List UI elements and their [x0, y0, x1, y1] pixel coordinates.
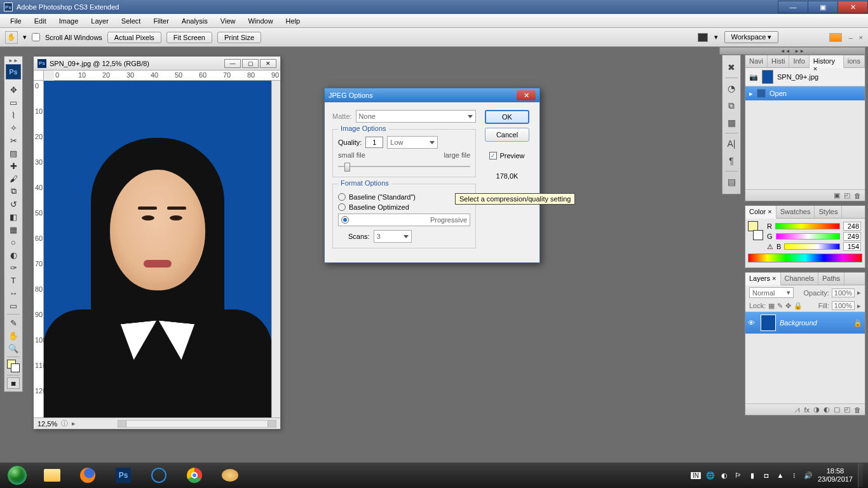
- new-snapshot-icon[interactable]: ◰: [844, 191, 850, 200]
- quickmask-icon[interactable]: ◙: [7, 377, 20, 389]
- doc-max-button[interactable]: ▢: [242, 59, 259, 68]
- layercomps-icon[interactable]: ▤: [724, 174, 739, 189]
- info-icon[interactable]: ⓘ: [61, 419, 68, 428]
- tab-swatches[interactable]: Swatches: [776, 206, 815, 218]
- task-firefox[interactable]: [70, 463, 105, 487]
- quality-input[interactable]: [365, 137, 383, 148]
- cancel-button[interactable]: Cancel: [485, 128, 529, 142]
- document-titlebar[interactable]: Ps SPN_09+.jpg @ 12,5% (RGB/8) — ▢ ✕: [34, 57, 280, 71]
- preview-checkbox[interactable]: ✓: [489, 152, 497, 159]
- b-slider[interactable]: [784, 243, 840, 250]
- eyedropper-tool-icon[interactable]: ✎: [6, 316, 21, 329]
- marquee-tool-icon[interactable]: ▭: [6, 96, 21, 109]
- paragraph-icon[interactable]: ¶: [724, 153, 739, 168]
- quality-slider[interactable]: [338, 161, 470, 172]
- tab-layers[interactable]: Layers ×: [745, 273, 781, 285]
- history-brush-tool-icon[interactable]: ↺: [6, 198, 21, 210]
- baseline-standard-radio[interactable]: Baseline ("Standard"): [338, 193, 470, 201]
- status-arrow-icon[interactable]: ▸: [72, 419, 76, 428]
- tray-icon-network[interactable]: ⫶: [790, 471, 799, 480]
- g-slider[interactable]: [776, 233, 840, 240]
- visibility-icon[interactable]: 👁: [748, 319, 757, 327]
- adjustment-icon[interactable]: ◐: [824, 405, 830, 414]
- slice-tool-icon[interactable]: ▨: [6, 147, 21, 159]
- zoom-tool-icon[interactable]: 🔍: [6, 342, 21, 355]
- type-tool-icon[interactable]: T: [6, 274, 21, 287]
- panel-min-icon[interactable]: –: [848, 34, 852, 41]
- menu-filter[interactable]: Filter: [147, 15, 175, 27]
- opacity-arrow-icon[interactable]: ▸: [857, 288, 861, 297]
- r-slider[interactable]: [775, 223, 840, 229]
- doc-state-icon[interactable]: ▣: [834, 191, 840, 200]
- tab-color[interactable]: Color ×: [745, 206, 776, 219]
- task-photoshop[interactable]: Ps: [105, 463, 141, 487]
- dialog-titlebar[interactable]: JPEG Options ✕: [325, 88, 539, 102]
- panel-collapse-bar[interactable]: ◄◄ ►►: [719, 47, 865, 55]
- link-icon[interactable]: ⩘: [793, 406, 800, 414]
- warn-icon[interactable]: ⚠: [767, 243, 773, 251]
- doc-min-button[interactable]: —: [224, 59, 241, 68]
- tray-icon-volume[interactable]: 🔊: [804, 471, 813, 480]
- wand-tool-icon[interactable]: ✧: [6, 121, 21, 134]
- ok-button[interactable]: OK: [485, 110, 529, 124]
- layer-background[interactable]: 👁 Background 🔒: [745, 312, 865, 334]
- spectrum-ramp[interactable]: [748, 254, 862, 262]
- opacity-input[interactable]: 100%: [832, 288, 855, 297]
- group-icon[interactable]: ▢: [834, 405, 840, 414]
- crop-tool-icon[interactable]: ✂: [6, 134, 21, 147]
- mask-icon[interactable]: ◑: [813, 405, 820, 414]
- tab-navigator[interactable]: Navi: [745, 55, 768, 67]
- doc-hscroll[interactable]: [118, 420, 276, 428]
- new-layer-icon[interactable]: ◰: [844, 405, 850, 414]
- r-value[interactable]: 248: [843, 222, 861, 231]
- scroll-all-checkbox[interactable]: [32, 33, 40, 41]
- g-value[interactable]: 249: [843, 232, 861, 241]
- clock[interactable]: 18:58 23/09/2017: [818, 467, 853, 484]
- scans-dropdown[interactable]: 3: [374, 230, 412, 243]
- trash-icon[interactable]: 🗑: [854, 192, 861, 200]
- horizontal-ruler[interactable]: 0102030405060708090: [54, 71, 280, 81]
- doc-close-button[interactable]: ✕: [260, 59, 276, 68]
- history-snapshot[interactable]: 📷 SPN_09+.jpg: [745, 68, 865, 86]
- toolbox-arrows-icon[interactable]: ►►: [6, 58, 21, 64]
- tab-paths[interactable]: Paths: [818, 273, 844, 285]
- stamp-tool-icon[interactable]: ⧉: [6, 185, 21, 198]
- zoom-display[interactable]: 12,5%: [37, 420, 57, 428]
- menu-select[interactable]: Select: [115, 15, 147, 27]
- hand-tool-icon[interactable]: ✋: [6, 329, 21, 342]
- lasso-tool-icon[interactable]: ⌇: [6, 109, 21, 121]
- task-app1[interactable]: [141, 463, 177, 487]
- pen-tool-icon[interactable]: ✑: [6, 261, 21, 274]
- fit-screen-button[interactable]: Fit Screen: [166, 32, 212, 43]
- tray-icon-shield[interactable]: ◐: [720, 471, 729, 480]
- tray-up-icon[interactable]: ▲: [776, 471, 785, 480]
- task-explorer[interactable]: [34, 463, 70, 487]
- lock-pixels-icon[interactable]: ▦: [768, 302, 775, 310]
- menu-analysis[interactable]: Analysis: [175, 15, 214, 27]
- presets-icon[interactable]: ▦: [724, 115, 739, 130]
- image-canvas[interactable]: [44, 81, 271, 417]
- close-button[interactable]: ✕: [837, 1, 868, 13]
- matte-dropdown[interactable]: None: [356, 110, 476, 123]
- menu-window[interactable]: Window: [241, 15, 279, 27]
- tab-actions[interactable]: ions: [844, 55, 865, 67]
- tray-icon-flag[interactable]: 🏳: [734, 471, 743, 480]
- bg-swatch[interactable]: [753, 230, 763, 240]
- vertical-ruler[interactable]: 0102030405060708090100110120: [34, 81, 44, 417]
- start-button[interactable]: [0, 463, 34, 488]
- maximize-button[interactable]: ▣: [808, 1, 838, 13]
- clone-icon[interactable]: ⧉: [724, 98, 739, 113]
- tray-icon-globe[interactable]: 🌐: [706, 471, 715, 480]
- heal-tool-icon[interactable]: ✚: [6, 159, 21, 172]
- tab-channels[interactable]: Channels: [781, 273, 818, 285]
- bridge-arrow-icon[interactable]: ▾: [714, 33, 718, 41]
- print-size-button[interactable]: Print Size: [217, 32, 261, 43]
- fx-icon[interactable]: fx: [804, 406, 810, 414]
- tab-info[interactable]: Info: [789, 55, 809, 67]
- lock-move-icon[interactable]: ✥: [785, 302, 791, 310]
- lock-brush-icon[interactable]: ✎: [777, 302, 783, 310]
- shape-tool-icon[interactable]: ▭: [6, 299, 21, 312]
- quality-preset-dropdown[interactable]: Low: [387, 136, 438, 149]
- tray-icon-gpu[interactable]: ◘: [762, 471, 771, 480]
- tab-styles[interactable]: Styles: [815, 206, 842, 218]
